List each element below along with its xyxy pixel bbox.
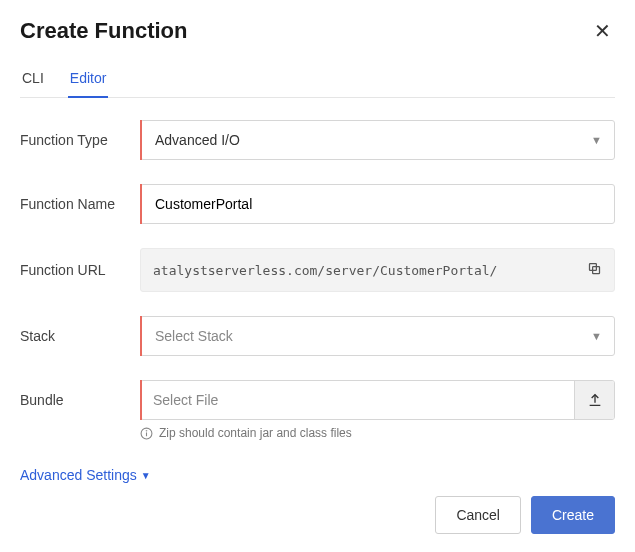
- cancel-button[interactable]: Cancel: [435, 496, 521, 534]
- tab-editor[interactable]: Editor: [68, 62, 109, 98]
- function-url-box: atalystserverless.com/server/CustomerPor…: [140, 248, 615, 292]
- function-url-value: atalystserverless.com/server/CustomerPor…: [153, 263, 579, 278]
- caret-down-icon: ▼: [141, 470, 151, 481]
- chevron-down-icon: ▼: [591, 134, 602, 146]
- bundle-label: Bundle: [20, 392, 140, 408]
- bundle-hint: Zip should contain jar and class files: [159, 426, 352, 440]
- tabs: CLI Editor: [20, 62, 615, 98]
- bundle-placeholder: Select File: [141, 392, 574, 408]
- bundle-file-input[interactable]: Select File: [140, 380, 615, 420]
- function-name-label: Function Name: [20, 196, 140, 212]
- stack-label: Stack: [20, 328, 140, 344]
- function-name-input[interactable]: [140, 184, 615, 224]
- info-icon: [140, 427, 153, 440]
- function-url-label: Function URL: [20, 262, 140, 278]
- advanced-settings-toggle[interactable]: Advanced Settings ▼: [20, 467, 151, 483]
- chevron-down-icon: ▼: [591, 330, 602, 342]
- dialog-title: Create Function: [20, 18, 187, 44]
- copy-icon[interactable]: [587, 261, 602, 279]
- required-marker: [140, 316, 142, 356]
- create-button[interactable]: Create: [531, 496, 615, 534]
- advanced-settings-label: Advanced Settings: [20, 467, 137, 483]
- close-icon[interactable]: ✕: [590, 19, 615, 43]
- svg-point-4: [146, 430, 147, 431]
- function-type-label: Function Type: [20, 132, 140, 148]
- function-type-value: Advanced I/O: [155, 132, 240, 148]
- tab-cli[interactable]: CLI: [20, 62, 46, 98]
- stack-placeholder: Select Stack: [155, 328, 233, 344]
- stack-select[interactable]: Select Stack ▼: [140, 316, 615, 356]
- required-marker: [140, 380, 142, 420]
- upload-icon[interactable]: [574, 381, 614, 419]
- required-marker: [140, 120, 142, 160]
- function-type-select[interactable]: Advanced I/O ▼: [140, 120, 615, 160]
- required-marker: [140, 184, 142, 224]
